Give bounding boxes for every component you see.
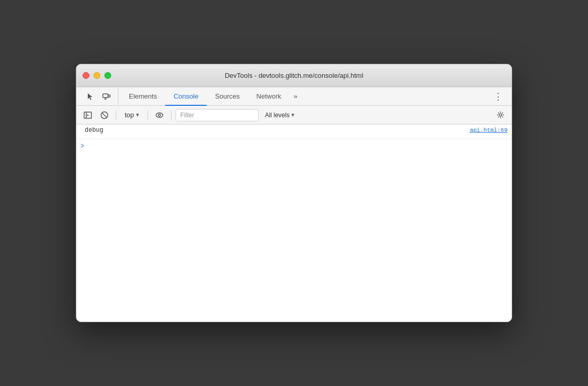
toolbar-divider-2 [148,110,148,120]
svg-rect-1 [108,95,110,97]
settings-button[interactable] [493,108,507,122]
cursor-icon[interactable] [83,89,97,104]
console-input-row: > [76,139,512,154]
svg-point-10 [158,114,161,116]
devtools-window: DevTools - devtools.glitch.me/console/ap… [76,64,512,322]
svg-point-9 [156,113,163,117]
console-toolbar: top ▾ All levels ▾ [76,106,512,125]
sidebar-toggle-button[interactable] [81,108,95,122]
input-prompt[interactable]: > [81,143,84,150]
window-title: DevTools - devtools.glitch.me/console/ap… [225,72,364,79]
live-expressions-button[interactable] [152,108,167,122]
tab-more[interactable]: » [289,87,301,105]
toolbar-divider [116,110,116,120]
entry-source-link[interactable]: api.html:69 [470,127,507,133]
device-icon[interactable] [99,89,114,104]
svg-rect-0 [103,94,108,98]
tab-elements[interactable]: Elements [121,88,165,106]
svg-marker-6 [87,114,89,116]
traffic-lights [83,72,111,79]
tab-menu-button[interactable]: ⋮ [487,87,510,105]
titlebar: DevTools - devtools.glitch.me/console/ap… [76,64,512,87]
svg-point-11 [499,114,502,116]
svg-line-8 [102,113,106,117]
console-entry: debug api.html:69 [76,125,512,139]
entry-text: debug [81,127,470,134]
tab-network[interactable]: Network [248,88,290,106]
filter-input[interactable] [176,109,259,121]
toolbar-divider-3 [171,110,171,120]
minimize-button[interactable] [93,72,100,79]
clear-console-button[interactable] [97,108,112,122]
maximize-button[interactable] [104,72,111,79]
console-input[interactable] [86,143,507,150]
tab-console[interactable]: Console [165,88,207,106]
log-levels-button[interactable]: All levels ▾ [261,109,299,121]
tab-icons [78,87,118,105]
close-button[interactable] [83,72,89,79]
tabbar: Elements Console Sources Network » ⋮ [76,87,512,106]
tab-sources[interactable]: Sources [207,88,248,106]
console-content: debug api.html:69 > [76,125,512,322]
context-selector[interactable]: top ▾ [121,109,143,121]
